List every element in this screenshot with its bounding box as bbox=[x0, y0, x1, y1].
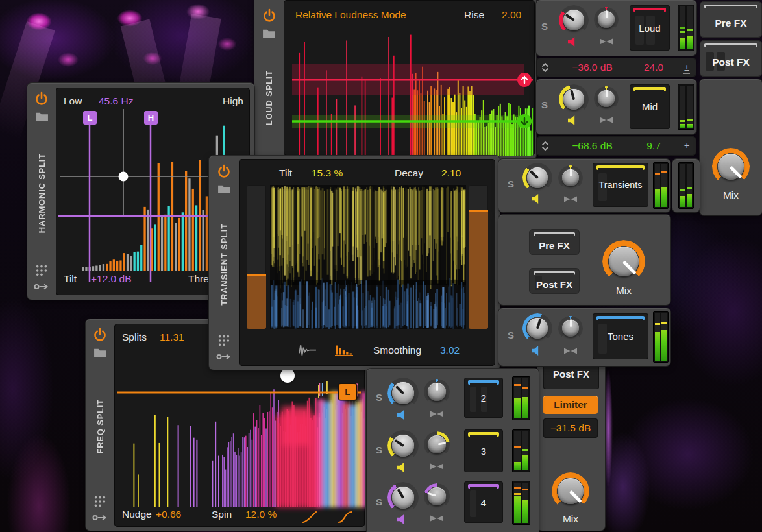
pan-icon bbox=[430, 514, 444, 522]
pan-knob[interactable] bbox=[594, 7, 619, 32]
splits-value[interactable]: 11.31 bbox=[160, 332, 184, 343]
solo-button[interactable]: S bbox=[508, 330, 514, 341]
band-marker[interactable]: L bbox=[339, 384, 356, 400]
preset-folder-icon[interactable] bbox=[93, 347, 107, 358]
pan-knob[interactable] bbox=[424, 483, 450, 509]
device-name-label[interactable]: TRANSIENT SPLIT bbox=[219, 223, 229, 306]
histogram-view-icon[interactable] bbox=[335, 343, 353, 357]
mute-speaker-icon[interactable] bbox=[532, 346, 541, 356]
device-name-label[interactable]: HARMONIC SPLIT bbox=[37, 153, 47, 233]
device-name-label[interactable]: FREQ SPLIT bbox=[95, 399, 105, 454]
volume-knob[interactable] bbox=[387, 482, 419, 513]
mix-knob[interactable] bbox=[552, 472, 589, 510]
decay-value[interactable]: 2.10 bbox=[441, 167, 461, 179]
modulation-routing-icon[interactable] bbox=[216, 352, 232, 361]
transients-band-button[interactable]: Transients bbox=[593, 163, 648, 207]
split-handle[interactable] bbox=[280, 369, 295, 383]
pan-knob[interactable] bbox=[558, 165, 583, 190]
limiter-button[interactable]: Limiter bbox=[543, 396, 598, 414]
solo-button[interactable]: S bbox=[508, 178, 514, 189]
pre-fx-button[interactable]: Pre FX bbox=[700, 1, 762, 38]
smoothing-value[interactable]: 3.02 bbox=[440, 345, 460, 356]
waveform-view-icon[interactable] bbox=[299, 343, 317, 357]
remote-controls-icon[interactable] bbox=[217, 334, 230, 347]
preset-folder-icon[interactable] bbox=[35, 111, 49, 122]
loud-split-display[interactable]: Relative Loudness Mode Rise 2.00 bbox=[284, 0, 535, 156]
pan-knob[interactable] bbox=[424, 431, 450, 457]
mute-speaker-icon[interactable] bbox=[532, 194, 541, 204]
power-icon[interactable] bbox=[34, 91, 49, 106]
level-meter bbox=[678, 162, 694, 209]
transient-split-display[interactable]: Tilt 15.3 % Decay 2.10 Smoothing 3.02 bbox=[239, 159, 495, 366]
modulation-routing-icon[interactable] bbox=[34, 282, 49, 291]
power-icon[interactable] bbox=[217, 164, 231, 178]
right-threshold-slider[interactable] bbox=[469, 185, 488, 329]
tilt-label: Tilt bbox=[64, 273, 77, 285]
rise-value[interactable]: 2.00 bbox=[502, 9, 521, 21]
harmonic-split-sidebar: HARMONIC SPLIT bbox=[27, 83, 56, 300]
device-name-label[interactable]: LOUD SPLIT bbox=[264, 70, 274, 125]
mute-speaker-icon[interactable] bbox=[397, 463, 407, 472]
preset-folder-icon[interactable] bbox=[217, 184, 231, 195]
mix-knob[interactable] bbox=[602, 240, 645, 283]
remote-controls-icon[interactable] bbox=[35, 264, 48, 277]
pan-knob[interactable] bbox=[594, 86, 619, 111]
band-2-strip: S 2 bbox=[367, 372, 539, 424]
solo-button[interactable]: S bbox=[541, 21, 548, 32]
mix-label: Mix bbox=[602, 285, 645, 296]
high-marker[interactable]: H bbox=[144, 111, 158, 125]
mute-speaker-icon[interactable] bbox=[397, 410, 407, 420]
s-curve-icon[interactable] bbox=[338, 511, 353, 524]
remote-controls-icon[interactable] bbox=[93, 495, 106, 508]
loud-band-button[interactable]: Loud bbox=[630, 5, 670, 51]
threshold-value[interactable]: −36.0 dB bbox=[554, 62, 630, 73]
nudge-label: Nudge bbox=[122, 509, 152, 520]
mute-speaker-icon[interactable] bbox=[397, 514, 407, 524]
band-4-strip: S 4 bbox=[367, 478, 539, 528]
tilt-value[interactable]: 15.3 % bbox=[312, 167, 343, 179]
stepper-chevrons-icon[interactable] bbox=[540, 139, 550, 152]
band-4-button[interactable]: 4 bbox=[464, 481, 503, 523]
band-3-button[interactable]: 3 bbox=[464, 429, 503, 472]
volume-knob[interactable] bbox=[522, 163, 552, 193]
mix-knob[interactable] bbox=[712, 148, 750, 186]
nudge-value[interactable]: +0.66 bbox=[156, 509, 181, 520]
plus-minus-toggle[interactable]: ± bbox=[683, 140, 690, 152]
pan-knob[interactable] bbox=[424, 379, 450, 405]
mid-band-button[interactable]: Mid bbox=[630, 84, 670, 129]
preset-folder-icon[interactable] bbox=[262, 28, 276, 39]
volume-knob[interactable] bbox=[387, 378, 419, 409]
low-marker[interactable]: L bbox=[83, 111, 97, 125]
range-value[interactable]: 24.0 bbox=[630, 62, 677, 73]
volume-knob[interactable] bbox=[522, 313, 552, 343]
post-fx-button[interactable]: Post FX bbox=[529, 268, 580, 294]
limiter-threshold-value[interactable]: −31.5 dB bbox=[543, 418, 598, 438]
modulation-routing-icon[interactable] bbox=[92, 513, 108, 522]
frequency-value[interactable]: 45.6 Hz bbox=[99, 95, 133, 107]
mute-speaker-icon[interactable] bbox=[568, 115, 578, 125]
threshold-value[interactable]: −68.6 dB bbox=[554, 140, 630, 152]
post-fx-button[interactable]: Post FX bbox=[700, 40, 762, 77]
volume-knob[interactable] bbox=[387, 430, 419, 461]
mute-speaker-icon[interactable] bbox=[568, 37, 578, 47]
transient-mix-section: Pre FX Post FX Mix bbox=[498, 215, 670, 305]
stepper-chevrons-icon[interactable] bbox=[540, 61, 550, 74]
pan-knob[interactable] bbox=[558, 316, 583, 341]
volume-knob[interactable] bbox=[559, 84, 589, 114]
plus-minus-toggle[interactable]: ± bbox=[683, 62, 690, 74]
power-icon[interactable] bbox=[262, 8, 277, 23]
pan-icon bbox=[563, 347, 578, 355]
pre-fx-button[interactable]: Pre FX bbox=[529, 229, 580, 255]
left-threshold-slider[interactable] bbox=[247, 185, 266, 329]
range-value[interactable]: 9.7 bbox=[630, 140, 677, 152]
solo-button[interactable]: S bbox=[541, 99, 548, 110]
tones-band-button[interactable]: Tones bbox=[593, 313, 648, 359]
band-2-button[interactable]: 2 bbox=[464, 378, 503, 418]
solo-button[interactable]: S bbox=[376, 496, 382, 507]
volume-knob[interactable] bbox=[559, 5, 589, 35]
spin-value[interactable]: 12.0 % bbox=[245, 509, 277, 520]
ramp-curve-icon[interactable] bbox=[302, 511, 317, 524]
tilt-value[interactable]: +12.0 dB bbox=[91, 273, 131, 285]
power-icon[interactable] bbox=[93, 328, 107, 342]
mode-label[interactable]: Relative Loudness Mode bbox=[295, 9, 406, 21]
